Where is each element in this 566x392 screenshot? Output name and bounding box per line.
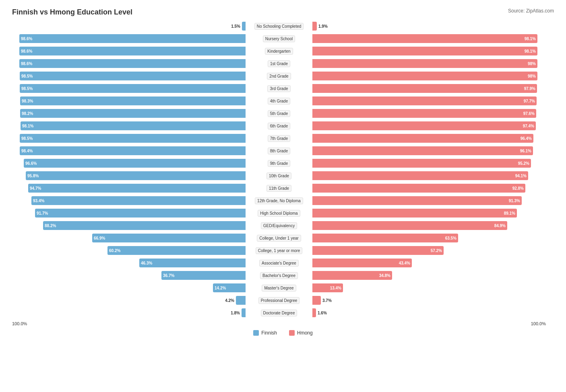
data-row: 60.2%College, 1 year or more57.2% xyxy=(12,245,554,256)
data-row: 98.6%Kindergarten98.1% xyxy=(12,45,554,57)
left-bar-container: 96.6% xyxy=(12,159,246,168)
left-bar: 14.2% xyxy=(213,283,246,292)
center-label-wrap: College, 1 year or more xyxy=(246,247,312,254)
right-bar xyxy=(312,22,317,31)
right-bar-container: 95.2% xyxy=(312,159,546,168)
left-bar xyxy=(242,308,246,317)
left-bar-label: 1.8% xyxy=(231,311,240,315)
data-row: 98.5%3rd Grade97.9% xyxy=(12,83,554,94)
right-bar-container: 98.1% xyxy=(312,47,546,55)
left-bar-label: 98.6% xyxy=(21,62,32,66)
left-bar: 60.2% xyxy=(107,246,246,255)
bar-center-label: Kindergarten xyxy=(265,48,293,55)
left-bar-container: 14.2% xyxy=(12,283,246,292)
left-bar: 98.1% xyxy=(21,121,246,130)
center-label-wrap: 10th Grade xyxy=(246,172,312,179)
right-bar: 84.9% xyxy=(312,221,507,230)
data-row: 93.4%12th Grade, No Diploma91.3% xyxy=(12,195,554,206)
right-bar-label: 89.1% xyxy=(504,211,515,215)
center-label-wrap: 11th Grade xyxy=(246,185,312,192)
left-bar-label: 98.3% xyxy=(22,99,33,103)
right-bar-label: 94.1% xyxy=(515,174,527,178)
left-bar-label: 98.6% xyxy=(21,49,32,53)
left-bar-container: 98.6% xyxy=(12,47,246,55)
data-row: 94.7%11th Grade92.8% xyxy=(12,183,554,194)
finnish-legend-label: Finnish xyxy=(261,330,277,336)
left-bar: 94.7% xyxy=(28,184,246,193)
right-bar: 98% xyxy=(312,59,537,68)
data-row: 98.2%5th Grade97.6% xyxy=(12,108,554,119)
left-bar xyxy=(242,22,246,31)
data-row: 4.2%Professional Degree3.7% xyxy=(12,295,554,306)
right-bar: 63.5% xyxy=(312,234,458,242)
left-bar-label: 98.5% xyxy=(21,74,33,78)
right-bar-container: 3.7% xyxy=(312,296,546,305)
left-bar-label: 46.3% xyxy=(141,261,152,265)
bar-center-label: 7th Grade xyxy=(268,135,290,142)
bar-center-label: Associate's Degree xyxy=(259,260,299,267)
right-bar-container: 97.7% xyxy=(312,96,546,105)
left-bar-container: 98.6% xyxy=(12,59,246,68)
center-label-wrap: 5th Grade xyxy=(246,110,312,117)
right-bar-container: 98.1% xyxy=(312,34,546,43)
left-bar-label: 1.5% xyxy=(231,24,240,29)
right-bar: 98% xyxy=(312,72,537,80)
right-bar-label: 98.1% xyxy=(525,37,536,41)
left-bar-container: 98.1% xyxy=(12,121,246,130)
left-bar-container: 98.2% xyxy=(12,109,246,118)
right-bar-container: 98% xyxy=(312,72,546,80)
left-bar-label: 94.7% xyxy=(30,186,41,191)
left-bar-label: 91.7% xyxy=(37,211,48,215)
right-bar: 97.6% xyxy=(312,109,536,118)
right-bar-container: 1.6% xyxy=(312,308,546,317)
data-row: 66.9%College, Under 1 year63.5% xyxy=(12,232,554,244)
right-bar-label: 97.6% xyxy=(523,111,535,116)
right-bar-label: 13.4% xyxy=(330,286,341,290)
bar-center-label: 5th Grade xyxy=(268,110,290,117)
left-bar-container: 95.8% xyxy=(12,171,246,180)
bar-center-label: Master's Degree xyxy=(262,285,296,291)
left-bar-label: 66.9% xyxy=(94,236,105,240)
bar-center-label: GED/Equivalency xyxy=(261,222,297,229)
left-bar-label: 4.2% xyxy=(225,298,234,303)
right-bar-container: 13.4% xyxy=(312,283,546,292)
center-label-wrap: No Schooling Completed xyxy=(246,23,312,30)
data-row: 95.8%10th Grade94.1% xyxy=(12,170,554,181)
right-bar-label: 91.3% xyxy=(509,199,520,203)
left-bar: 98.2% xyxy=(20,109,246,118)
data-row: 96.6%9th Grade95.2% xyxy=(12,158,554,169)
left-bar-container: 98.6% xyxy=(12,34,246,43)
right-bar: 13.4% xyxy=(312,283,343,292)
bar-center-label: 9th Grade xyxy=(268,160,290,167)
bar-center-label: 12th Grade, No Diploma xyxy=(255,197,303,204)
right-bar: 92.8% xyxy=(312,184,525,193)
left-bar-container: 98.5% xyxy=(12,72,246,80)
right-bar xyxy=(312,308,316,317)
footer-spacer xyxy=(246,321,312,326)
right-bar-container: 97.9% xyxy=(312,84,546,93)
right-bar: 97.9% xyxy=(312,84,537,93)
right-bar: 89.1% xyxy=(312,209,517,218)
legend-finnish: Finnish xyxy=(253,330,277,336)
left-bar-container: 4.2% xyxy=(12,296,246,305)
right-bar-container: 63.5% xyxy=(312,234,546,242)
right-bar-label: 1.9% xyxy=(318,24,328,29)
right-bar: 57.2% xyxy=(312,246,444,255)
center-label-wrap: 1st Grade xyxy=(246,60,312,67)
left-bar: 95.8% xyxy=(26,171,246,180)
right-bar-label: 96.1% xyxy=(520,149,531,153)
left-bar-label: 96.6% xyxy=(25,161,37,166)
left-bar-container: 36.7% xyxy=(12,271,246,280)
bar-center-label: Bachelor's Degree xyxy=(260,272,298,279)
left-bar-label: 88.2% xyxy=(45,224,56,228)
left-bar-container: 66.9% xyxy=(12,234,246,242)
left-bar-label: 98.6% xyxy=(21,37,32,41)
right-bar: 97.4% xyxy=(312,121,536,130)
right-bar: 34.8% xyxy=(312,271,392,280)
data-row: 98.4%8th Grade96.1% xyxy=(12,145,554,156)
data-row: 98.5%2nd Grade98% xyxy=(12,70,554,82)
data-row: 1.8%Doctorate Degree1.6% xyxy=(12,307,554,318)
center-label-wrap: College, Under 1 year xyxy=(246,235,312,242)
data-row: 98.5%7th Grade96.4% xyxy=(12,133,554,144)
bar-center-label: 3rd Grade xyxy=(267,85,290,92)
